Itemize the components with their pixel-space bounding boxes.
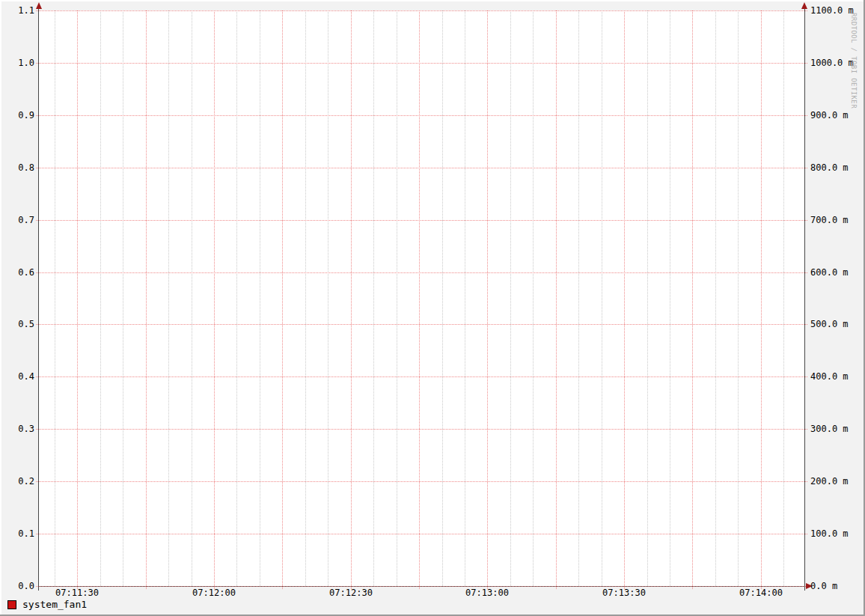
y-axis-right-arrow-icon [801,2,807,9]
grid-hline-major [36,220,807,221]
y-axis-right-tick-label: 300.0 m [810,424,864,434]
y-axis-left-tick-label: 1.1 [0,6,34,16]
x-axis-tick-label: 07:13:00 [442,588,532,598]
grid-hline-major [36,115,807,116]
x-axis-tick-label: 07:12:30 [306,588,396,598]
grid-vline-minor [328,10,328,586]
x-axis-tick-label: 07:12:00 [169,588,259,598]
grid-hline-major [36,534,807,534]
grid-vline-minor [533,10,534,586]
grid-vline-major [556,10,557,589]
y-axis-right-tick-label: 400.0 m [810,372,864,382]
legend-label: system_fan1 [22,599,87,611]
grid-hline-major [36,10,807,11]
grid-vline-minor [670,10,670,586]
plot-area [39,10,804,586]
grid-vline-minor [236,10,237,586]
grid-vline-major [624,10,625,589]
grid-vline-minor [305,10,306,586]
grid-vline-major [77,10,78,589]
grid-vline-major [146,10,147,589]
grid-hline-major [36,272,807,273]
grid-vline-minor [465,10,465,586]
grid-vline-minor [783,10,784,586]
grid-hline-major [36,324,807,325]
grid-vline-major [487,10,488,589]
y-axis-left-tick-label: 0.2 [0,477,34,487]
grid-vline-minor [442,10,443,586]
y-axis-left-tick-label: 0.8 [0,163,34,173]
grid-vline-minor [168,10,169,586]
y-axis-left-tick-label: 1.0 [0,58,34,68]
y-axis-left-tick-label: 0.9 [0,111,34,121]
y-axis-left-tick-label: 0.1 [0,529,34,539]
y-axis-left-tick-label: 0.6 [0,268,34,278]
x-axis-tick-label: 07:11:30 [32,588,122,598]
y-axis-right-tick-label: 200.0 m [810,477,864,487]
grid-vline-minor [715,10,716,586]
grid-vline-major [692,10,693,589]
grid-vline-major [761,10,762,589]
y-axis-left-tick-label: 0.0 [0,582,34,591]
grid-vline-minor [260,10,260,586]
y-axis-right-tick-label: 900.0 m [810,111,864,121]
grid-vline-minor [373,10,374,586]
grid-vline-minor [647,10,648,586]
y-axis-right-tick-label: 700.0 m [810,216,864,225]
rrdtool-graph: 1.11100.0 m1.01000.0 m0.9900.0 m0.8800.0… [0,0,865,616]
y-axis-right-tick-label: 500.0 m [810,320,864,329]
grid-vline-minor [100,10,101,586]
grid-vline-minor [510,10,511,586]
grid-vline-major [214,10,215,589]
grid-vline-minor [738,10,739,586]
grid-vline-minor [192,10,192,586]
grid-vline-minor [602,10,602,586]
x-axis-tick-label: 07:14:00 [716,588,806,598]
y-axis-left-tick-label: 0.7 [0,216,34,225]
y-axis-left-tick-label: 0.5 [0,320,34,329]
watermark-text: RRDTOOL / TOBI OETIKER [850,13,858,109]
legend-swatch-icon [7,600,16,609]
grid-vline-major [419,10,420,589]
y-axis-left-tick-label: 0.3 [0,424,34,434]
bevel-top [0,0,865,1]
grid-vline-major [351,10,352,589]
x-axis-tick-label: 07:13:30 [579,588,669,598]
y-axis-right-tick-label: 800.0 m [810,163,864,173]
bevel-left [0,0,1,616]
grid-hline-major [36,63,807,64]
y-axis-right-line [804,7,805,591]
grid-vline-minor [397,10,397,586]
y-axis-left-arrow-icon [36,2,42,9]
grid-vline-minor [55,10,55,586]
grid-hline-major [36,429,807,430]
y-axis-left-line [38,7,39,591]
grid-hline-major [36,586,807,587]
y-axis-right-tick-label: 600.0 m [810,268,864,278]
grid-hline-major [36,481,807,482]
grid-hline-major [36,376,807,377]
grid-vline-minor [578,10,579,586]
grid-vline-major [282,10,283,589]
grid-hline-major [36,168,807,168]
y-axis-right-tick-label: 0.0 m [810,582,864,591]
grid-vline-minor [123,10,123,586]
y-axis-left-tick-label: 0.4 [0,372,34,382]
y-axis-right-tick-label: 100.0 m [810,529,864,539]
